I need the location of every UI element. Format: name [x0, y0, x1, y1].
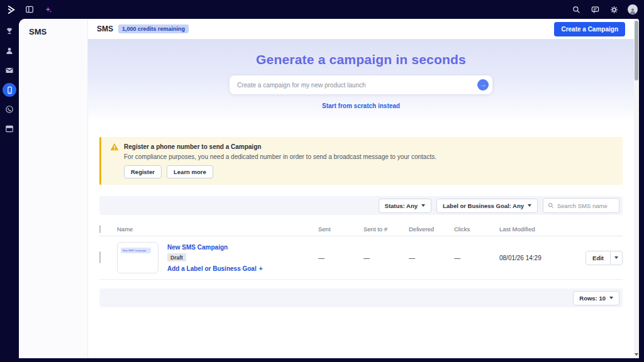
credits-badge: 1,000 credits remaining	[118, 25, 189, 33]
status-filter-label: Status: Any	[385, 202, 418, 209]
sms-search-box	[543, 198, 619, 213]
chevron-down-icon	[421, 204, 425, 207]
chevron-down-icon	[614, 256, 618, 259]
vertical-scrollbar[interactable]	[634, 19, 639, 358]
chat-icon[interactable]	[590, 4, 600, 14]
rows-per-page-dropdown[interactable]: Rows: 10	[573, 291, 619, 305]
cell-sent-to: —	[364, 255, 409, 261]
learn-more-button[interactable]: Learn more	[167, 165, 213, 178]
pagination-bar: Rows: 10	[99, 288, 623, 307]
activecampaign-logo-icon[interactable]	[6, 4, 16, 14]
campaign-name-link[interactable]: New SMS Campaign	[167, 244, 263, 251]
campaign-thumbnail[interactable]: New SMS Campaign	[117, 242, 158, 273]
content-panel: SMS SMS 1,000 credits remaining Create a…	[19, 19, 639, 358]
cell-sent: —	[318, 255, 364, 261]
table-row: New SMS Campaign New SMS Campaign Draft …	[99, 236, 623, 280]
scrollbar-thumb[interactable]	[635, 21, 638, 80]
start-from-scratch-link[interactable]: Start from scratch instead	[322, 102, 400, 109]
arrow-right-icon: →	[480, 82, 486, 88]
user-avatar[interactable]	[628, 4, 638, 14]
add-label-link[interactable]: Add a Label or Business Goal +	[167, 265, 263, 272]
column-header-clicks: Clicks	[454, 226, 499, 233]
row-checkbox[interactable]	[99, 251, 101, 263]
chevron-down-icon	[528, 204, 531, 207]
column-header-sent-to: Sent to #	[364, 226, 409, 233]
label-goal-filter-label: Label or Business Goal: Any	[443, 202, 524, 209]
cell-delivered: —	[409, 255, 454, 261]
cell-last-modified: 08/01/26 14:29	[499, 255, 574, 261]
settings-gear-icon[interactable]	[609, 4, 619, 14]
filter-bar: Status: Any Label or Business Goal: Any	[99, 196, 623, 215]
column-header-sent: Sent	[318, 226, 364, 233]
scrollbar-down-arrow[interactable]	[635, 353, 638, 356]
label-goal-filter-dropdown[interactable]: Label or Business Goal: Any	[436, 199, 538, 213]
sms-search-input[interactable]	[557, 202, 614, 209]
top-bar	[0, 0, 644, 19]
cell-clicks: —	[454, 255, 499, 261]
create-campaign-button[interactable]: Create a Campaign	[554, 22, 625, 36]
search-icon	[548, 202, 554, 209]
warning-triangle-icon	[110, 143, 119, 151]
sidebar-item-forms-icon[interactable]	[3, 122, 16, 136]
thumbnail-message-preview: New SMS Campaign	[121, 248, 151, 253]
rows-per-page-label: Rows: 10	[579, 295, 606, 302]
add-label-text: Add a Label or Business Goal	[167, 265, 257, 272]
register-button[interactable]: Register	[124, 165, 162, 178]
sidebar-item-email-icon[interactable]	[3, 63, 16, 77]
column-header-delivered: Delivered	[409, 226, 454, 233]
ai-prompt-send-button[interactable]: →	[477, 79, 489, 90]
ai-sparkle-icon[interactable]	[43, 4, 53, 14]
status-filter-dropdown[interactable]: Status: Any	[379, 199, 431, 213]
sms-subpanel: SMS	[19, 19, 88, 358]
ai-prompt-input[interactable]	[237, 82, 477, 89]
chevron-down-icon	[609, 297, 613, 299]
page-header: SMS 1,000 credits remaining Create a Cam…	[88, 19, 634, 39]
sidebar-item-campaigns-trophy-icon[interactable]	[3, 25, 16, 38]
ai-hero-section: Generate a campaign in seconds → Start f…	[88, 39, 634, 123]
table-header-row: Name Sent Sent to # Delivered Clicks Las…	[99, 222, 623, 236]
register-warning-banner: Register a phone number to send a Campai…	[99, 137, 623, 185]
sidebar-toggle-icon[interactable]	[25, 4, 35, 14]
subpanel-title: SMS	[29, 27, 87, 36]
warning-description: For compliance purposes, you need a dedi…	[124, 153, 614, 160]
select-all-checkbox[interactable]	[99, 225, 101, 233]
sidebar-item-sms-icon[interactable]	[3, 83, 16, 97]
campaigns-table: Name Sent Sent to # Delivered Clicks Las…	[99, 222, 623, 280]
sidebar-item-whatsapp-icon[interactable]	[3, 102, 16, 116]
edit-split-button: Edit	[586, 251, 623, 265]
plus-icon: +	[259, 265, 263, 272]
status-badge: Draft	[167, 253, 186, 261]
app-sidebar-rail	[0, 19, 19, 362]
hero-title: Generate a campaign in seconds	[88, 52, 634, 67]
column-header-name: Name	[117, 226, 318, 233]
main-area: SMS 1,000 credits remaining Create a Cam…	[88, 19, 639, 358]
warning-title: Register a phone number to send a Campai…	[124, 143, 261, 150]
edit-dropdown-toggle[interactable]	[610, 251, 622, 265]
sidebar-item-contacts-icon[interactable]	[3, 44, 16, 58]
page-title: SMS	[97, 25, 113, 33]
ai-prompt-input-wrap: →	[230, 75, 492, 94]
edit-button[interactable]: Edit	[586, 251, 610, 265]
column-header-last-modified: Last Modified	[499, 226, 574, 233]
search-icon[interactable]	[571, 4, 581, 14]
